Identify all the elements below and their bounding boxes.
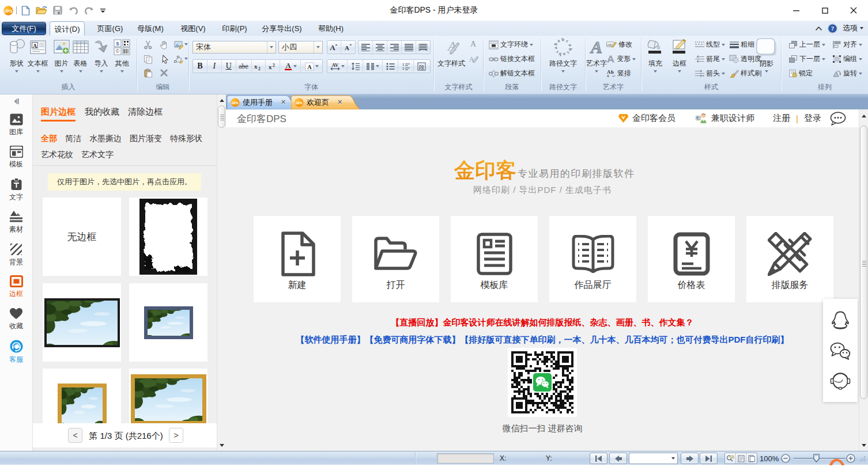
app-logo-icon[interactable]: DPS [2, 2, 14, 18]
pan-hand-button[interactable] [160, 40, 169, 50]
sidebar-item-favorites[interactable]: 收藏 [0, 307, 32, 331]
paragraph-settings-button[interactable]: 段 [414, 60, 429, 73]
distribute-button[interactable] [416, 41, 430, 54]
menu-tab-print[interactable]: 印刷(P) [217, 21, 252, 36]
category-gradient[interactable]: 图片渐变 [130, 134, 162, 144]
service-contact-icon[interactable] [830, 371, 851, 391]
path-text-button[interactable]: abcabcabcab 路径文字 [548, 37, 579, 73]
cut-button[interactable] [144, 40, 153, 50]
main-scrollbar[interactable] [859, 109, 868, 451]
save-icon[interactable] [50, 2, 65, 18]
two-page-view-button[interactable] [746, 453, 757, 464]
insert-import-button[interactable]: 导入 [90, 37, 112, 73]
action-card-open[interactable]: 打开 [352, 216, 439, 302]
link-textbox-button[interactable]: 链接文本框 [489, 54, 535, 64]
vertex-edit-button[interactable] [174, 55, 183, 64]
menu-tab-help[interactable]: 帮助(H) [313, 21, 349, 36]
close-button[interactable] [839, 0, 868, 21]
numbered-list-button[interactable]: 12 [398, 60, 414, 73]
minimize-button[interactable] [782, 0, 810, 21]
italic-button[interactable]: I [207, 60, 222, 73]
redo-icon[interactable] [81, 2, 97, 18]
char-style-brush-button[interactable]: A [469, 54, 479, 63]
collapse-panel-button[interactable] [0, 98, 32, 105]
sidebar-item-border[interactable]: 边框 [0, 275, 32, 299]
sidebar-item-text[interactable]: 文字 [0, 178, 32, 202]
shadow-button[interactable]: 阴影 [754, 37, 779, 73]
prev-page-nav-button[interactable] [609, 453, 627, 464]
border-thumb-black-frame[interactable] [43, 283, 121, 362]
menu-tab-master[interactable]: 母版(M) [133, 21, 168, 36]
category-art-text[interactable]: 艺术文字 [81, 150, 114, 160]
border-thumb-none[interactable]: 无边框 [43, 198, 121, 276]
image-edit-button[interactable] [174, 40, 183, 50]
doc-tab-welcome[interactable]: DPS 欢迎页 ✕ [291, 95, 360, 109]
scroll-up-icon[interactable] [217, 96, 227, 105]
border-button[interactable]: 边框 [669, 37, 690, 73]
zoom-in-icon[interactable] [846, 454, 855, 463]
arrow-tail-button[interactable]: 箭尾 [695, 54, 725, 64]
help-icon[interactable]: ? [828, 24, 837, 33]
letter-spacing-button[interactable]: AV [327, 60, 348, 73]
page-view-button[interactable] [736, 453, 747, 464]
text-style-button[interactable]: A 文字样式 [436, 37, 466, 69]
wechat-contact-icon[interactable] [829, 342, 851, 360]
action-card-typeset-service[interactable]: 排版服务 [746, 216, 833, 302]
scroll-down-icon[interactable] [859, 441, 868, 450]
sidebar-item-background[interactable]: 背景 [0, 243, 32, 267]
zoom-100-view-button[interactable]: 100 [725, 453, 736, 464]
panel-tab-picture-border[interactable]: 图片边框 [41, 107, 76, 117]
font-family-select[interactable]: 宋体 [193, 41, 276, 54]
action-card-pricing[interactable]: 价格表 [648, 216, 735, 302]
action-card-templates[interactable]: 模板库 [451, 216, 538, 302]
select-pointer-button[interactable] [160, 55, 169, 64]
member-link[interactable]: 金印客会员 [618, 113, 675, 124]
unlink-textbox-button[interactable]: 解链文本框 [489, 69, 535, 78]
maximize-button[interactable] [810, 0, 839, 21]
font-color-button[interactable]: A [280, 60, 301, 73]
wordart-button[interactable]: A 艺术字 [586, 37, 607, 73]
panel-scrollbar[interactable] [217, 94, 226, 451]
prev-page-button[interactable]: < [68, 428, 82, 443]
panel-tab-clear-border[interactable]: 清除边框 [128, 107, 163, 117]
delete-button[interactable] [160, 69, 168, 77]
next-page-button[interactable]: > [169, 428, 183, 443]
undo-icon[interactable] [65, 2, 81, 18]
category-special-shape[interactable]: 特殊形状 [170, 134, 202, 144]
font-size-select[interactable]: 小四 [278, 41, 323, 54]
action-card-showcase[interactable]: 作品展厅 [549, 216, 636, 302]
sidebar-item-template[interactable]: 模板 [0, 146, 32, 169]
sidebar-item-material[interactable]: 素材 [0, 210, 32, 234]
doc-tab-manual[interactable]: DPS 使用手册 ✕ [227, 95, 297, 109]
underline-button[interactable]: U [222, 60, 236, 73]
border-thumb-navy-frame[interactable] [129, 283, 207, 362]
sidebar-item-service[interactable]: 客服 [0, 340, 32, 365]
wordart-vertical-button[interactable]: Ab 竖排 [606, 69, 631, 78]
new-document-icon[interactable] [18, 2, 33, 18]
menu-tab-design[interactable]: 设计(D) [50, 21, 85, 36]
category-art-pattern[interactable]: 艺术花纹 [41, 150, 73, 160]
scroll-up-icon[interactable] [859, 111, 868, 120]
resize-grip[interactable] [860, 456, 866, 462]
rotate-button[interactable]: 旋转 [832, 69, 862, 78]
last-page-button[interactable] [700, 453, 718, 464]
bold-button[interactable]: B [193, 60, 207, 73]
manual-links-line[interactable]: 【软件使用手册】【免费可商用字体下载】【排好版可直接下单印刷，一本、几十本、几百… [226, 335, 859, 345]
collapse-ribbon-icon[interactable] [815, 26, 822, 31]
live-replay-announcement[interactable]: 【直播回放】金印客设计师在线讲解如何排版报纸、杂志、画册、书、作文集？ [226, 317, 859, 328]
close-tab-icon[interactable]: ✕ [337, 98, 342, 106]
highlight-color-button[interactable]: A [301, 60, 322, 73]
panel-tab-my-favorites[interactable]: 我的收藏 [85, 107, 119, 117]
zoom-slider-thumb[interactable] [813, 454, 820, 462]
line-type-button[interactable]: 线型 [695, 40, 725, 50]
align-center-button[interactable] [373, 41, 387, 54]
border-thumb-gold-frame-large[interactable] [129, 369, 207, 423]
char-style-button[interactable]: A [469, 39, 478, 48]
register-link[interactable]: 注册 [773, 113, 790, 124]
superscript-button[interactable]: x2 [266, 60, 280, 73]
zoom-out-icon[interactable] [781, 454, 790, 463]
border-thumb-grunge[interactable] [129, 198, 207, 276]
category-simple[interactable]: 简洁 [65, 134, 81, 144]
main-scrollbar-thumb[interactable] [860, 126, 867, 399]
bring-forward-button[interactable]: 上一层 [788, 40, 825, 50]
